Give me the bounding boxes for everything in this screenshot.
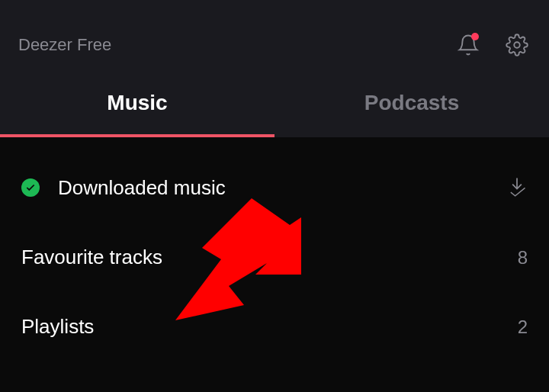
list-item-playlists[interactable]: Playlists 2: [0, 292, 549, 361]
svg-point-0: [514, 42, 520, 48]
download-icon: [506, 175, 528, 200]
tab-music-label: Music: [107, 91, 167, 115]
tab-music[interactable]: Music: [0, 69, 274, 137]
playlists-count: 2: [518, 316, 528, 338]
tabs: Music Podcasts: [0, 69, 549, 137]
top-icons: [454, 31, 531, 59]
settings-button[interactable]: [503, 31, 531, 59]
playlists-label: Playlists: [21, 315, 518, 339]
list-item-downloaded[interactable]: Downloaded music: [0, 153, 549, 223]
header: Deezer Free Music Podcasts: [0, 0, 549, 137]
list-item-favourites[interactable]: Favourite tracks 8: [0, 223, 549, 292]
content: Downloaded music Favourite tracks 8 Play…: [0, 137, 549, 361]
notification-dot-icon: [471, 33, 479, 40]
notifications-button[interactable]: [454, 31, 482, 59]
favourites-label: Favourite tracks: [21, 246, 518, 269]
favourites-count: 8: [518, 247, 528, 268]
app-title: Deezer Free: [18, 35, 111, 55]
downloaded-label: Downloaded music: [58, 176, 506, 200]
tab-podcasts[interactable]: Podcasts: [274, 69, 549, 137]
check-icon: [21, 178, 40, 197]
gear-icon: [506, 34, 528, 56]
tab-podcasts-label: Podcasts: [364, 91, 460, 115]
top-bar: Deezer Free: [0, 0, 549, 69]
